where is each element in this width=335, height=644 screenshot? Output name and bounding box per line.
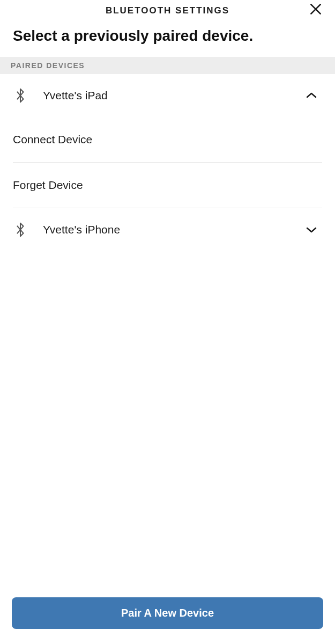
section-header-paired: PAIRED DEVICES — [0, 57, 335, 74]
bluetooth-icon — [13, 88, 28, 103]
device-row[interactable]: Yvette's iPad — [0, 74, 335, 117]
device-row[interactable]: Yvette's iPhone — [0, 208, 335, 251]
chevron-down-icon — [305, 223, 318, 236]
footer: Pair A New Device — [0, 589, 335, 644]
connect-device-action[interactable]: Connect Device — [13, 117, 322, 163]
forget-device-action[interactable]: Forget Device — [13, 163, 322, 208]
bluetooth-icon — [13, 222, 28, 237]
device-actions: Connect Device Forget Device — [0, 117, 335, 208]
page-title: BLUETOOTH SETTINGS — [106, 5, 229, 16]
subtitle: Select a previously paired device. — [0, 20, 335, 57]
spacer — [0, 251, 335, 589]
device-name: Yvette's iPad — [43, 89, 305, 102]
close-icon — [309, 2, 323, 18]
close-button[interactable] — [307, 2, 324, 19]
chevron-up-icon — [305, 89, 318, 102]
header: BLUETOOTH SETTINGS — [0, 0, 335, 20]
pair-new-device-button[interactable]: Pair A New Device — [12, 597, 323, 629]
device-name: Yvette's iPhone — [43, 223, 305, 236]
